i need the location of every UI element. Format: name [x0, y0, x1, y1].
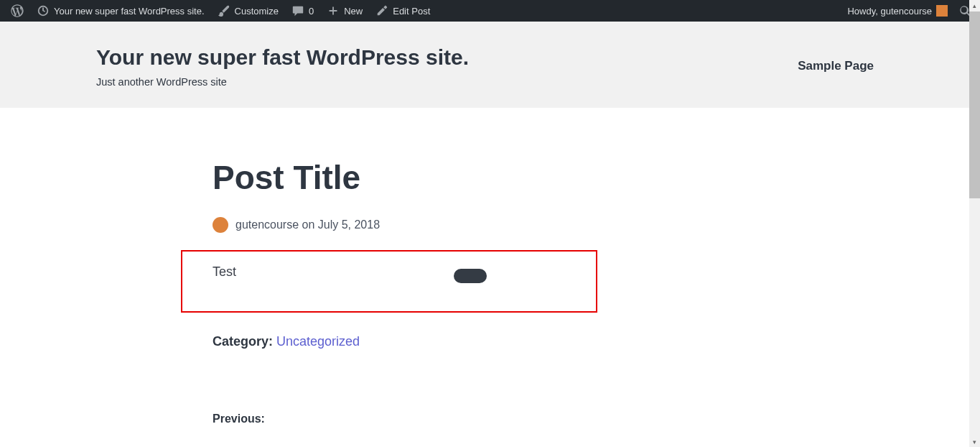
- category-link[interactable]: Uncategorized: [276, 334, 360, 349]
- post-body-text: Test: [213, 264, 566, 280]
- site-name-menu[interactable]: Your new super fast WordPress site.: [30, 0, 211, 22]
- adminbar-site-name: Your new super fast WordPress site.: [54, 6, 205, 17]
- avatar-icon: [936, 5, 948, 17]
- wordpress-logo-icon: [11, 4, 24, 17]
- adminbar-left: Your new super fast WordPress site. Cust…: [4, 0, 437, 22]
- byline-text: gutencourse on July 5, 2018: [235, 218, 380, 231]
- button-pill[interactable]: [454, 269, 487, 283]
- post: Post Title gutencourse on July 5, 2018 T…: [213, 158, 787, 425]
- new-label: New: [344, 6, 363, 17]
- plus-icon: [327, 4, 340, 17]
- howdy-text: Howdy, gutencourse: [847, 6, 932, 17]
- post-title: Post Title: [213, 158, 787, 197]
- comments-count: 0: [309, 6, 314, 17]
- scrollbar-thumb[interactable]: [969, 11, 980, 198]
- my-account-menu[interactable]: Howdy, gutencourse: [841, 0, 954, 22]
- edit-post-label: Edit Post: [393, 6, 430, 17]
- edit-post-menu[interactable]: Edit Post: [369, 0, 437, 22]
- content-area: Post Title gutencourse on July 5, 2018 T…: [0, 108, 980, 447]
- pencil-icon: [375, 4, 388, 17]
- primary-nav: Sample Page: [798, 59, 874, 73]
- vertical-scrollbar[interactable]: ▴ ▾: [969, 0, 980, 447]
- wp-admin-bar: Your new super fast WordPress site. Cust…: [0, 0, 980, 22]
- site-branding: Your new super fast WordPress site. Just…: [96, 45, 469, 88]
- nav-sample-page[interactable]: Sample Page: [798, 59, 874, 73]
- category-label: Category:: [213, 334, 276, 349]
- adminbar-right: Howdy, gutencourse: [841, 0, 976, 22]
- post-byline: gutencourse on July 5, 2018: [213, 217, 787, 233]
- comments-menu[interactable]: 0: [285, 0, 320, 22]
- site-title[interactable]: Your new super fast WordPress site.: [96, 45, 469, 70]
- post-date[interactable]: July 5, 2018: [318, 218, 380, 231]
- highlighted-block: Test: [181, 250, 597, 313]
- customize-menu[interactable]: Customize: [211, 0, 285, 22]
- wp-logo-menu[interactable]: [4, 0, 30, 22]
- customize-label: Customize: [235, 6, 279, 17]
- previous-nav-label: Previous:: [213, 413, 787, 425]
- scroll-up-icon[interactable]: ▴: [969, 0, 980, 11]
- new-content-menu[interactable]: New: [320, 0, 369, 22]
- site-tagline: Just another WordPress site: [96, 76, 469, 88]
- dashboard-icon: [37, 4, 50, 17]
- brush-icon: [218, 4, 230, 17]
- author-avatar-icon: [213, 217, 228, 233]
- comment-icon: [291, 4, 304, 17]
- category-line: Category: Uncategorized: [213, 334, 787, 349]
- scroll-down-icon[interactable]: ▾: [969, 436, 980, 447]
- site-header: Your new super fast WordPress site. Just…: [0, 22, 980, 108]
- author-link[interactable]: gutencourse: [235, 218, 299, 231]
